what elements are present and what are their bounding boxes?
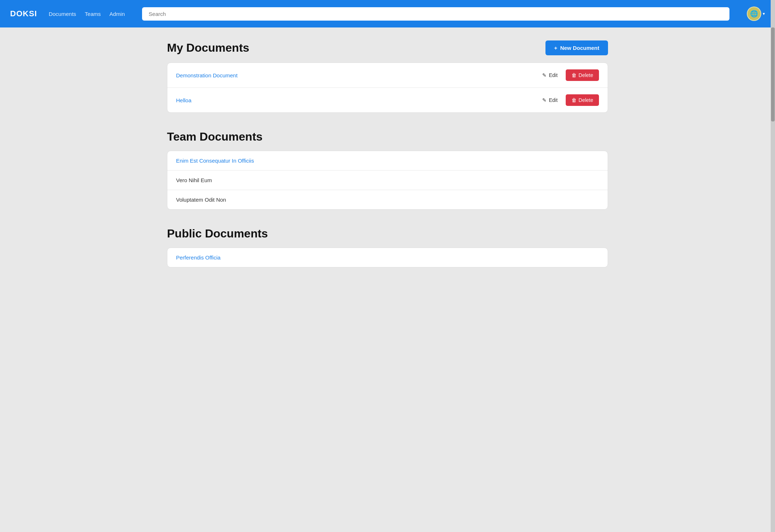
team-documents-title: Team Documents <box>167 130 262 143</box>
user-menu[interactable]: 🌐 ▾ <box>747 7 765 21</box>
avatar[interactable]: 🌐 <box>747 7 761 21</box>
edit-button[interactable]: ✎ Edit <box>539 95 561 105</box>
table-row: Demonstration Document ✎ Edit 🗑 Delete <box>167 63 608 88</box>
page-content: My Documents + New Document Demonstratio… <box>153 27 622 298</box>
table-row: Vero Nihil Eum <box>167 171 608 190</box>
avatar-icon: 🌐 <box>750 10 758 18</box>
delete-label: Delete <box>579 72 593 78</box>
table-row: Voluptatem Odit Non <box>167 190 608 209</box>
new-document-button[interactable]: + New Document <box>545 40 608 55</box>
edit-button[interactable]: ✎ Edit <box>539 70 561 80</box>
team-documents-list: Enim Est Consequatur In Officiis Vero Ni… <box>167 151 608 210</box>
delete-label: Delete <box>579 97 593 103</box>
trash-icon: 🗑 <box>571 97 577 103</box>
nav-brand[interactable]: DOKSI <box>10 9 37 18</box>
scrollbar[interactable] <box>771 0 775 532</box>
edit-icon: ✎ <box>542 97 547 103</box>
doc-link-demonstration[interactable]: Demonstration Document <box>176 72 237 78</box>
new-document-label: New Document <box>560 45 599 51</box>
plus-icon: + <box>554 45 557 51</box>
doc-title-voluptatem: Voluptatem Odit Non <box>176 197 226 203</box>
table-row: Perferendis Officia <box>167 248 608 267</box>
chevron-down-icon: ▾ <box>763 11 765 16</box>
edit-icon: ✎ <box>542 72 547 78</box>
navbar: DOKSI Documents Teams Admin 🌐 ▾ <box>0 0 775 27</box>
doc-actions: ✎ Edit 🗑 Delete <box>539 94 599 106</box>
nav-links: Documents Teams Admin <box>49 11 125 17</box>
team-documents-header: Team Documents <box>167 130 608 143</box>
doc-link-helloa[interactable]: Helloa <box>176 97 192 103</box>
nav-link-admin[interactable]: Admin <box>110 11 125 17</box>
search-container <box>142 7 729 21</box>
trash-icon: 🗑 <box>571 72 577 78</box>
nav-link-documents[interactable]: Documents <box>49 11 76 17</box>
doc-link-enim[interactable]: Enim Est Consequatur In Officiis <box>176 158 254 164</box>
public-documents-title: Public Documents <box>167 227 268 240</box>
public-documents-list: Perferendis Officia <box>167 248 608 267</box>
edit-label: Edit <box>549 72 557 78</box>
my-documents-list: Demonstration Document ✎ Edit 🗑 Delete H… <box>167 63 608 113</box>
edit-label: Edit <box>549 97 557 103</box>
delete-button[interactable]: 🗑 Delete <box>566 69 599 81</box>
my-documents-title: My Documents <box>167 41 249 55</box>
my-documents-header: My Documents + New Document <box>167 40 608 55</box>
doc-actions: ✎ Edit 🗑 Delete <box>539 69 599 81</box>
my-documents-section: My Documents + New Document Demonstratio… <box>167 40 608 113</box>
delete-button[interactable]: 🗑 Delete <box>566 94 599 106</box>
table-row: Helloa ✎ Edit 🗑 Delete <box>167 88 608 112</box>
scrollbar-thumb[interactable] <box>771 27 775 121</box>
table-row: Enim Est Consequatur In Officiis <box>167 151 608 171</box>
doc-title-vero: Vero Nihil Eum <box>176 177 212 183</box>
doc-link-perferendis[interactable]: Perferendis Officia <box>176 254 220 261</box>
search-input[interactable] <box>142 7 729 21</box>
public-documents-section: Public Documents Perferendis Officia <box>167 227 608 267</box>
nav-link-teams[interactable]: Teams <box>85 11 101 17</box>
team-documents-section: Team Documents Enim Est Consequatur In O… <box>167 130 608 210</box>
public-documents-header: Public Documents <box>167 227 608 240</box>
